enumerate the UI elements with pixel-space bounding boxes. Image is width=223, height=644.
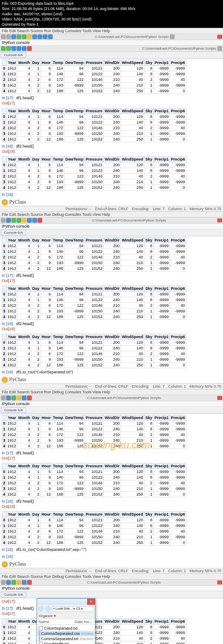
col-header: Precip1 — [153, 238, 170, 243]
run-config-icon[interactable] — [6, 46, 11, 51]
cell: 120 — [121, 243, 144, 249]
col-idx — [2, 334, 7, 340]
cell: 4 — [17, 162, 31, 168]
cell: 4 — [17, 255, 31, 260]
col-header: Year — [7, 619, 17, 624]
console-tab[interactable]: Console 6/A — [1, 230, 26, 235]
run-icon[interactable] — [1, 46, 6, 51]
file-explorer-window[interactable]: × « Local Disk… ▸ CS ▸ Organize ▾ NameDa… — [37, 598, 95, 644]
cell: 1 — [31, 168, 41, 174]
run-cell-icon[interactable] — [17, 218, 21, 223]
col-header: WindDir — [104, 463, 121, 469]
save-icon[interactable] — [6, 580, 11, 585]
organize-button[interactable]: Organize ▾ — [37, 613, 95, 619]
cell: 10150 — [84, 357, 104, 362]
stop-icon[interactable] — [27, 396, 32, 400]
cell: 10152 — [84, 137, 104, 142]
console-tab[interactable]: Console 6/A — [1, 592, 26, 597]
console-tab[interactable]: Console 6/A — [1, 52, 26, 58]
close-icon[interactable]: × — [87, 599, 95, 605]
menu-bar[interactable]: File Edit Search Source Run Debug Consol… — [0, 28, 223, 34]
save-icon[interactable] — [6, 396, 11, 400]
col-date[interactable]: Date mo… — [74, 620, 93, 624]
continue-icon[interactable] — [17, 46, 21, 51]
file-icon[interactable] — [1, 580, 6, 585]
folder-icon[interactable] — [170, 34, 175, 39]
run-icon[interactable] — [11, 580, 16, 585]
menu-bar[interactable]: File Edit Search Source Run Debug Consol… — [0, 574, 223, 580]
menu-bar[interactable]: File Edit Search Source Run Debug Consol… — [0, 389, 223, 395]
table-row: 419124212188125101522402501-99990 — [2, 266, 186, 272]
cell: 40 — [170, 77, 186, 83]
cell: 10121 — [84, 292, 104, 297]
file-icon[interactable] — [1, 34, 6, 39]
dataframe-table: YearMonthDayHourTempDewTempPressureWindD… — [2, 60, 186, 94]
file-item[interactable]: ColonSeparated.txt — [38, 626, 94, 631]
cell: 12 — [41, 362, 52, 368]
step-out-icon[interactable] — [43, 34, 47, 39]
step-over-icon[interactable] — [37, 34, 42, 39]
step-over-icon[interactable] — [32, 218, 37, 223]
cell: 0 — [170, 443, 186, 449]
cell: -9999 — [170, 438, 186, 443]
run-icon[interactable] — [11, 396, 16, 400]
table-row: 2191242617212210146210402-999940 — [2, 303, 186, 309]
row-idx: 1 — [2, 475, 7, 480]
table-row: 419124212188125101522402501-99990 — [2, 137, 186, 142]
cell: 6 — [41, 66, 52, 71]
stop-icon[interactable] — [48, 34, 53, 39]
step-icon[interactable] — [22, 580, 27, 585]
cell: 1912 — [7, 340, 17, 345]
cell: 240 — [104, 345, 121, 351]
open-icon[interactable] — [6, 34, 11, 39]
maximize-icon[interactable]: □ — [217, 396, 222, 400]
status-line: Line: 7 — [153, 207, 165, 211]
col-header: Day — [31, 60, 41, 66]
stop-icon[interactable] — [37, 218, 42, 223]
file-icon[interactable] — [1, 218, 6, 223]
stop-icon[interactable] — [27, 46, 32, 51]
cell: 210 — [121, 179, 144, 185]
file-icon — [39, 637, 40, 641]
menu-bar[interactable]: File Edit Search Source Run Debug Consol… — [0, 212, 223, 218]
step-icon[interactable] — [11, 46, 16, 51]
save-icon[interactable] — [11, 34, 16, 39]
row-idx: 3 — [2, 83, 7, 88]
debug-icon[interactable] — [17, 396, 21, 400]
stop-icon[interactable] — [27, 580, 32, 585]
file-item[interactable]: CommaSeparated.txt3/30/2013 — [38, 636, 94, 641]
address-bar[interactable]: « Local Disk… ▸ CS ▸ — [52, 606, 94, 611]
step-icon[interactable] — [32, 34, 37, 39]
cell: 1912 — [7, 630, 17, 636]
file-item[interactable]: FixedWidth.txt — [38, 641, 94, 644]
debug-icon[interactable] — [17, 580, 21, 585]
back-icon[interactable] — [38, 606, 44, 612]
run-icon[interactable] — [17, 34, 21, 39]
cell: 250 — [121, 314, 144, 320]
cell: 10146 — [84, 125, 104, 131]
run-cell-icon[interactable] — [22, 34, 27, 39]
file-icon[interactable] — [1, 396, 6, 400]
cell: 1 — [31, 426, 41, 432]
maximize-icon[interactable]: □ — [217, 218, 222, 222]
debug-icon[interactable] — [22, 218, 27, 223]
cell: 4 — [17, 641, 31, 644]
row-idx: 1 — [2, 426, 7, 432]
run-icon[interactable] — [11, 218, 16, 223]
col-header: Precip6 — [170, 415, 186, 421]
cell: 125 — [64, 314, 84, 320]
step-icon[interactable] — [22, 396, 27, 400]
save-icon[interactable] — [6, 218, 11, 223]
file-item[interactable]: CommaSeparated.csv6/7/2013 — [38, 631, 94, 636]
step-icon[interactable] — [27, 218, 32, 223]
maximize-icon[interactable]: □ — [217, 580, 222, 584]
col-name[interactable]: Name — [39, 620, 74, 624]
dropdown-icon[interactable] — [217, 46, 222, 51]
forward-icon[interactable] — [45, 606, 51, 612]
cell: 1 — [31, 66, 41, 71]
step-over-icon[interactable] — [22, 46, 27, 51]
console-tab[interactable]: Console 6/A — [1, 407, 26, 413]
debug-icon[interactable] — [27, 34, 32, 39]
cell: 4 — [17, 292, 31, 297]
maximize-icon[interactable]: □ — [217, 35, 222, 39]
